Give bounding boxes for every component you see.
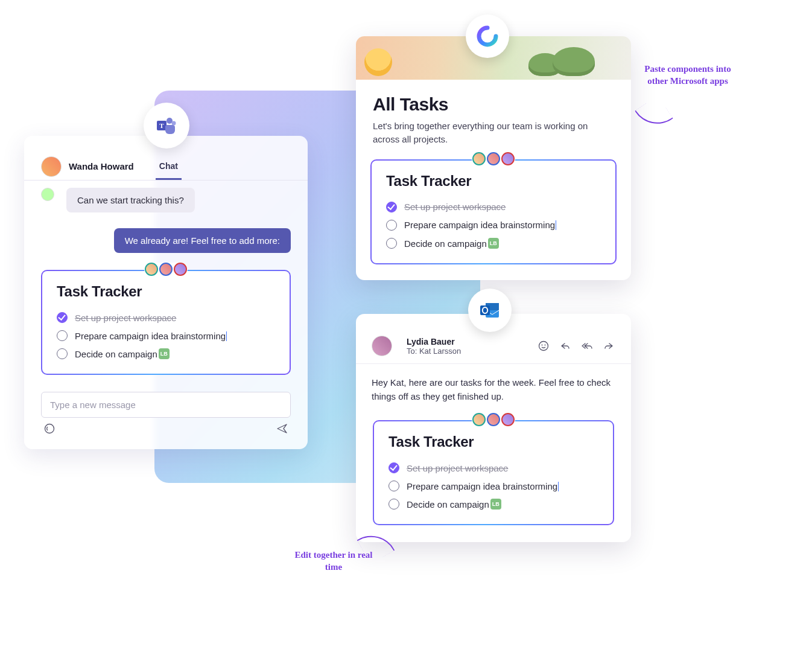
- task-row[interactable]: Prepare campaign idea brainstorming: [389, 477, 598, 495]
- reply-all-icon[interactable]: [580, 339, 594, 353]
- checkbox-icon[interactable]: [389, 462, 399, 473]
- task-row[interactable]: Prepare campaign idea brainstorming: [57, 327, 275, 345]
- mail-body: Hey Kat, here are our tasks for the week…: [356, 364, 631, 403]
- avatar: [145, 263, 158, 276]
- task-row[interactable]: Set up project workspace: [386, 198, 601, 216]
- task-label: Set up project workspace: [404, 202, 506, 212]
- avatar: [159, 263, 173, 276]
- svg-point-11: [545, 345, 546, 346]
- teams-chat-card: Wanda Howard Chat Can we start tracking …: [24, 136, 308, 449]
- checkbox-icon[interactable]: [386, 238, 397, 249]
- task-label: Prepare campaign idea brainstorming: [75, 331, 227, 341]
- mail-from: Lydia Bauer To: Kat Larsson: [372, 336, 461, 356]
- message-sent: We already are! Feel free to add more:: [24, 212, 308, 253]
- page-title: All Tasks: [373, 94, 614, 115]
- svg-text:T: T: [159, 122, 164, 129]
- checkbox-icon[interactable]: [57, 348, 68, 359]
- task-row[interactable]: Decide on campaignLB: [386, 234, 601, 252]
- avatar: [501, 413, 515, 426]
- tab-chat[interactable]: Chat: [156, 153, 182, 180]
- svg-point-10: [542, 345, 543, 346]
- task-label: Decide on campaignLB: [404, 238, 499, 249]
- presence-badge: LB: [159, 348, 170, 359]
- avatar: [487, 413, 500, 426]
- task-row[interactable]: Decide on campaignLB: [389, 495, 598, 513]
- tracker-title: Task Tracker: [57, 283, 275, 300]
- avatar: [472, 413, 486, 426]
- forward-icon[interactable]: [602, 339, 615, 353]
- presence-badge: LB: [488, 238, 499, 249]
- mail-actions: [537, 339, 615, 353]
- svg-point-3: [172, 121, 176, 126]
- svg-point-4: [45, 424, 54, 433]
- checkbox-icon[interactable]: [389, 481, 399, 491]
- avatar: [472, 152, 486, 165]
- bubble-sent: We already are! Feel free to add more:: [114, 228, 291, 253]
- task-label: Decide on campaignLB: [75, 348, 170, 359]
- to-line: To: Kat Larsson: [407, 347, 461, 356]
- avatar: [41, 188, 54, 201]
- bubble-received: Can we start tracking this?: [66, 188, 195, 212]
- collaborator-avatars: [472, 152, 515, 165]
- from-name: Lydia Bauer: [407, 337, 461, 347]
- text-cursor: [556, 220, 556, 230]
- avatar: [372, 336, 392, 356]
- task-row[interactable]: Prepare campaign idea brainstorming: [386, 216, 601, 234]
- outlook-mail-card: Lydia Bauer To: Kat Larsson Hey Kat, her…: [356, 314, 631, 542]
- annotation-edit: Edit together in real time: [294, 549, 373, 573]
- contact-name: Wanda Howard: [69, 161, 134, 171]
- collaborator-avatars: [472, 413, 515, 426]
- annotation-paste: Paste components into other Microsoft ap…: [642, 63, 733, 87]
- message-input[interactable]: Type a new message: [41, 392, 291, 418]
- task-row[interactable]: Decide on campaignLB: [57, 345, 275, 363]
- reply-icon[interactable]: [559, 339, 572, 353]
- react-icon[interactable]: [537, 339, 550, 353]
- avatar: [487, 152, 500, 165]
- emoji-icon: [364, 48, 392, 76]
- checkbox-icon[interactable]: [57, 312, 68, 323]
- task-label: Set up project workspace: [75, 313, 176, 323]
- svg-point-9: [539, 342, 548, 351]
- checkbox-icon[interactable]: [389, 499, 399, 510]
- avatar: [174, 263, 187, 276]
- avatar: [501, 152, 515, 165]
- teams-app-icon: T: [144, 103, 189, 149]
- tracker-title: Task Tracker: [386, 173, 601, 190]
- checkbox-icon[interactable]: [386, 202, 397, 212]
- checkbox-icon[interactable]: [386, 220, 397, 231]
- task-tracker-component[interactable]: Task Tracker Set up project workspace Pr…: [41, 270, 291, 375]
- presence-badge: LB: [490, 499, 501, 510]
- task-row[interactable]: Set up project workspace: [57, 308, 275, 327]
- tracker-title: Task Tracker: [389, 433, 598, 450]
- compose-actions: [24, 418, 308, 437]
- text-cursor: [226, 331, 227, 341]
- svg-point-2: [167, 118, 173, 124]
- task-label: Decide on campaignLB: [407, 499, 501, 510]
- loop-component-icon[interactable]: [43, 423, 56, 437]
- message-received: Can we start tracking this?: [24, 181, 308, 212]
- task-label: Set up project workspace: [407, 463, 508, 473]
- task-tracker-component[interactable]: Task Tracker Set up project workspace Pr…: [373, 420, 614, 525]
- page-description: Let's bring together everything our team…: [373, 120, 614, 146]
- banner-decoration: [553, 47, 595, 76]
- task-label: Prepare campaign idea brainstorming: [404, 220, 556, 230]
- task-label: Prepare campaign idea brainstorming: [407, 481, 559, 491]
- checkbox-icon[interactable]: [57, 330, 68, 341]
- task-row[interactable]: Set up project workspace: [389, 459, 598, 477]
- task-tracker-component[interactable]: Task Tracker Set up project workspace Pr…: [370, 159, 617, 264]
- collaborator-avatars: [144, 263, 188, 276]
- avatar: [41, 156, 62, 177]
- loop-app-icon: [466, 14, 509, 58]
- text-cursor: [558, 482, 559, 491]
- outlook-app-icon: [468, 289, 512, 332]
- loop-page-card: All Tasks Let's bring together everythin…: [356, 36, 631, 280]
- send-icon[interactable]: [276, 423, 288, 437]
